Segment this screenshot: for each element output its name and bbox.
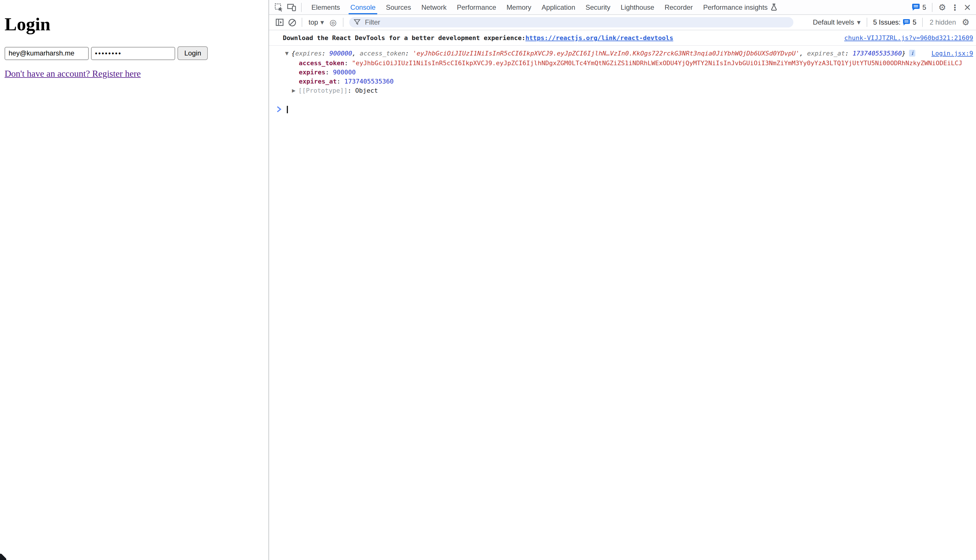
expand-triangle-icon[interactable]: ▶ (292, 88, 295, 93)
object-property-access-token: access_token: "eyJhbGciOiJIUzI1NiIsInR5c… (269, 59, 973, 68)
object-preview-line: ▼ {expires: 900000, access_token: 'eyJhb… (269, 49, 973, 59)
flask-icon (770, 3, 777, 11)
hidden-messages-label[interactable]: 2 hidden (926, 18, 959, 26)
device-toolbar-icon[interactable] (285, 1, 297, 13)
divider (343, 18, 343, 27)
login-page: Login Login Don't have an account? Regis… (0, 0, 269, 560)
devtools-panel: Elements Console Sources Network Perform… (269, 0, 976, 560)
tab-sources[interactable]: Sources (381, 0, 416, 14)
message-text: Download the React DevTools for a better… (283, 34, 525, 42)
console-message-react-devtools: Download the React DevTools for a better… (269, 30, 976, 46)
console-toolbar: top ▼ ◎ Default levels ▼ 5 Issues: (269, 15, 976, 30)
prompt-chevron-icon (276, 106, 282, 113)
password-field[interactable] (91, 47, 175, 60)
email-field[interactable] (5, 47, 89, 60)
object-property-expires: expires: 900000 (269, 68, 973, 77)
object-prototype-line: ▶[[Prototype]]: Object (269, 87, 973, 96)
tab-lighthouse[interactable]: Lighthouse (615, 0, 659, 14)
tab-performance[interactable]: Performance (452, 0, 501, 14)
login-form: Login (5, 46, 264, 60)
console-prompt[interactable] (269, 99, 976, 114)
tab-performance-insights-label: Performance insights (703, 3, 768, 11)
levels-label: Default levels (813, 18, 854, 26)
divider (301, 3, 302, 12)
divider (867, 18, 867, 27)
divider (302, 18, 302, 27)
tab-network[interactable]: Network (416, 0, 452, 14)
inspect-element-icon[interactable] (272, 1, 285, 13)
screen: Login Login Don't have an account? Regis… (0, 0, 976, 560)
tab-application[interactable]: Application (536, 0, 580, 14)
source-link-chunk[interactable]: chunk-VIJJTZRL.js?v=960bd321:21609 (833, 34, 973, 42)
devtools-toggle-badge[interactable] (0, 553, 7, 560)
console-output: Download the React DevTools for a better… (269, 30, 976, 560)
console-messages-badge[interactable]: 5 (910, 3, 929, 11)
tab-memory[interactable]: Memory (501, 0, 536, 14)
chevron-down-icon: ▼ (320, 20, 324, 25)
tab-security[interactable]: Security (580, 0, 616, 14)
react-devtools-link[interactable]: https://reactjs.org/link/react-devtools (525, 34, 674, 42)
console-sidebar-icon[interactable] (273, 16, 286, 28)
divider (932, 3, 933, 12)
message-count: 5 (923, 3, 926, 11)
collapse-triangle-icon[interactable]: ▼ (285, 49, 289, 58)
issues-counter[interactable]: 5 Issues: 5 (871, 18, 919, 26)
console-settings-gear-icon[interactable]: ⚙ (959, 16, 972, 28)
object-property-expires-at: expires_at: 1737405535360 (269, 77, 973, 87)
tab-elements[interactable]: Elements (306, 0, 345, 14)
filter-box (349, 17, 794, 27)
close-devtools-icon[interactable]: × (961, 1, 974, 13)
settings-gear-icon[interactable]: ⚙ (936, 1, 949, 13)
live-expression-eye-icon[interactable]: ◎ (327, 16, 339, 28)
prototype-text: [[Prototype]]: Object (298, 87, 378, 94)
tab-recorder[interactable]: Recorder (659, 0, 698, 14)
issues-label: 5 Issues: (873, 18, 901, 26)
tabbar-right-controls: 5 ⚙ ⋮ × (910, 1, 974, 13)
clear-console-icon[interactable] (286, 16, 298, 28)
issues-bubble-icon (903, 19, 911, 26)
tab-console[interactable]: Console (345, 0, 381, 14)
chevron-down-icon: ▼ (857, 20, 861, 25)
console-message-object-log: ▼ {expires: 900000, access_token: 'eyJhb… (269, 46, 976, 99)
log-levels-selector[interactable]: Default levels ▼ (810, 18, 863, 26)
register-link[interactable]: Don't have an account? Register here (5, 68, 141, 79)
value-info-icon[interactable]: i (909, 50, 915, 57)
context-label: top (309, 18, 318, 26)
divider (922, 18, 923, 27)
message-bubble-icon (912, 3, 920, 11)
kebab-menu-icon[interactable]: ⋮ (949, 1, 961, 13)
devtools-tabbar: Elements Console Sources Network Perform… (269, 0, 976, 15)
source-link-login-jsx[interactable]: Login.jsx:9 (920, 49, 973, 58)
issues-count: 5 (913, 18, 916, 26)
execution-context-selector[interactable]: top ▼ (306, 18, 327, 26)
login-button[interactable]: Login (177, 46, 208, 60)
page-title: Login (5, 14, 264, 35)
devtools-tabs: Elements Console Sources Network Perform… (306, 0, 782, 14)
tab-performance-insights[interactable]: Performance insights (698, 0, 782, 14)
text-cursor (287, 105, 287, 113)
funnel-icon (354, 19, 360, 26)
object-preview: {expires: 900000, access_token: 'eyJhbGc… (291, 49, 906, 58)
filter-input[interactable] (364, 18, 789, 27)
toolbar-right-controls: Default levels ▼ 5 Issues: 5 2 hidden ⚙ (810, 16, 972, 28)
